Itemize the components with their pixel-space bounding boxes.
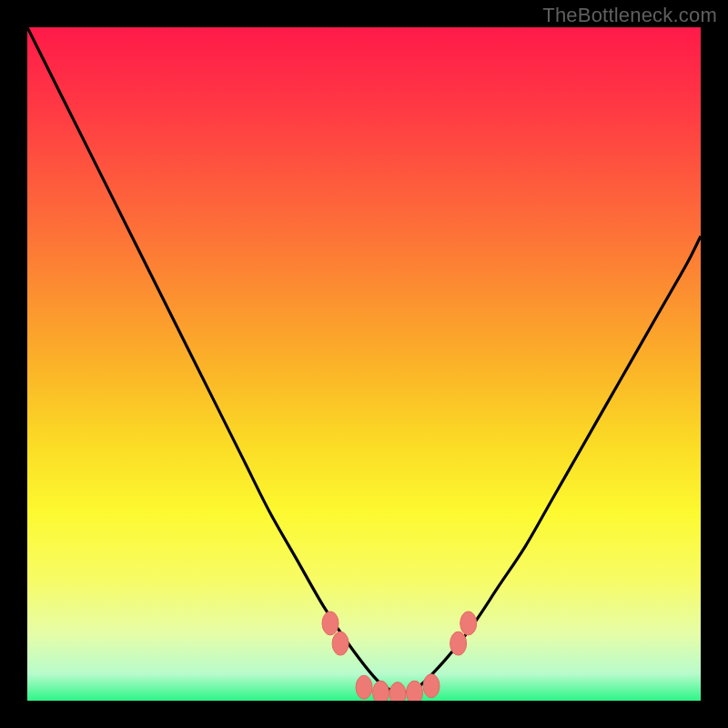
plot-area [27,27,701,701]
marker-dot [423,674,440,698]
marker-dot [460,612,477,635]
marker-dot [332,632,349,655]
watermark-text: TheBottleneck.com [542,4,717,27]
bottleneck-curve-right [398,236,701,693]
marker-dot [373,681,389,701]
highlight-markers [322,612,477,701]
marker-dot [356,675,372,699]
chart-svg [27,27,701,701]
marker-dot [322,612,339,635]
chart-frame: TheBottleneck.com [0,0,728,728]
bottleneck-curve-left [27,27,398,694]
marker-dot [407,681,423,701]
marker-dot [389,682,406,701]
marker-dot [450,632,467,655]
